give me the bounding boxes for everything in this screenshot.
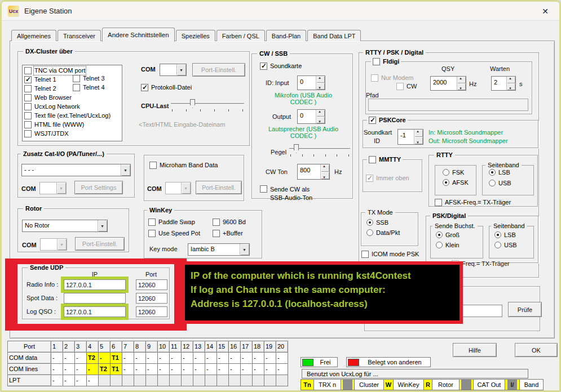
checkbox-microham-band-data[interactable]: Microham Band Data — [149, 162, 218, 169]
eigene-station-window: Ucx Eigene Station ✕ Allgemeines Transce… — [0, 0, 561, 392]
checkbox-afsk-freq-tx-traeger[interactable]: AFSK-Freq.= TX-Träger — [435, 199, 511, 206]
radio-psk-usb[interactable]: USB — [494, 242, 517, 248]
spinner-buttons[interactable] — [414, 130, 423, 144]
spinner-buttons[interactable] — [320, 164, 329, 179]
checkbox-sende-cw-als-ssb[interactable]: Sende CW als SSB-Audio-Ton — [260, 185, 322, 202]
chevron-down-icon — [57, 239, 67, 250]
checkbox-pskcore[interactable]: PSKCore — [367, 117, 408, 124]
checkbox-soundkarte[interactable]: Soundkarte — [260, 63, 302, 70]
spinner-value: 0 — [298, 76, 316, 90]
tab-spezielles[interactable]: Spezielles — [176, 30, 215, 41]
rotor-port-settings-button[interactable]: Port-Einstell. — [75, 237, 125, 251]
output-id-spinner[interactable]: 0 — [297, 109, 325, 124]
arrow-down-icon — [457, 83, 466, 90]
checkbox-nur-modem[interactable]: Nur Modem — [371, 74, 413, 82]
radio-gross[interactable]: Groß — [436, 231, 460, 238]
input-id-spinner[interactable]: 0 — [297, 75, 325, 90]
zusatz-com-dropdown[interactable] — [39, 182, 67, 194]
checkbox-paddle-swap[interactable]: Paddle Swap — [148, 219, 195, 226]
microham-port-settings-button[interactable]: Port-Einstell. — [196, 181, 242, 194]
checkbox-mmtty[interactable]: MMTTY — [367, 156, 403, 163]
checkbox-telnet-4[interactable]: Telnet 4 — [73, 84, 105, 91]
checkbox-text-file[interactable]: Text file (ext.Telnet/UcxLog) — [24, 112, 111, 119]
checkbox-telnet-3[interactable]: Telnet 3 — [73, 75, 105, 82]
checkbox-ucxlog-network[interactable]: UcxLog Network — [24, 103, 80, 110]
port-table-header-col: 8 — [134, 341, 146, 353]
tab-allgemeines[interactable]: Allgemeines — [11, 30, 56, 41]
checkbox-fldigi[interactable]: Fldigi — [371, 58, 401, 65]
chevron-down-icon[interactable] — [121, 164, 130, 176]
tab-band-data-lpt[interactable]: Band Data LPT — [307, 30, 361, 41]
spinner-buttons[interactable] — [316, 110, 325, 123]
pskcore-id-spinner[interactable]: -1 — [397, 129, 423, 145]
port-table-header-col: 13 — [193, 341, 205, 353]
radio-afsk[interactable]: AFSK — [443, 179, 469, 186]
close-icon[interactable]: ✕ — [536, 4, 555, 19]
zusatz-device-dropdown[interactable]: - - - — [21, 164, 131, 176]
spinner-buttons[interactable] — [506, 77, 515, 90]
spinner-buttons[interactable] — [457, 77, 466, 90]
rotor-com-dropdown[interactable] — [40, 238, 67, 251]
radio-rtty-lsb[interactable]: LSB — [489, 169, 510, 176]
chevron-down-icon[interactable] — [176, 64, 186, 75]
slider-thumb[interactable] — [190, 99, 195, 108]
checkbox-web-browser[interactable]: Web Browser — [24, 94, 72, 101]
port-table-cell — [253, 375, 264, 386]
spot-data-port-input[interactable] — [136, 293, 167, 304]
radio-tx-data-pkt[interactable]: Data/Pkt — [366, 229, 400, 236]
rotor-dropdown[interactable]: No Rotor — [22, 220, 108, 232]
radio-info-label: Radio Info : — [26, 281, 58, 288]
radio-tx-ssb[interactable]: SSB — [366, 219, 388, 226]
tab-farben-qsl[interactable]: Farben / QSL — [217, 30, 265, 41]
zusatz-port-settings-button[interactable]: Port Settings — [74, 181, 123, 194]
checkbox-telnet-1[interactable]: Telnet 1 — [24, 76, 56, 83]
slider-thumb[interactable] — [294, 144, 299, 153]
checkbox-immer-oben[interactable]: Immer oben — [366, 175, 409, 182]
radio-klein[interactable]: Klein — [436, 242, 459, 248]
pskcore-out-device: Out: Microsoft Soundmapper — [429, 137, 508, 144]
radio-rtty-usb[interactable]: USB — [489, 180, 511, 186]
ok-button[interactable]: OK — [515, 343, 558, 357]
checkbox-protokoll-datei[interactable]: Protokoll-Datei — [141, 84, 192, 91]
pfad-input[interactable] — [368, 99, 528, 111]
radio-info-port-input[interactable] — [136, 279, 167, 290]
cpu-last-slider[interactable] — [171, 99, 244, 113]
checkbox-tnc-com[interactable]: TNC via COM port — [24, 67, 85, 74]
checkbox-wsjt-jtdx[interactable]: WSJT/JTDX — [24, 130, 69, 137]
port-table-cell: - — [205, 353, 217, 364]
dx-com-dropdown[interactable] — [160, 64, 187, 76]
spot-data-ip-input[interactable] — [64, 293, 126, 304]
chevron-down-icon[interactable] — [240, 244, 249, 255]
port-table-cell: - — [122, 353, 134, 364]
hilfe-button[interactable]: Hilfe — [453, 343, 497, 357]
radio-fsk[interactable]: FSK — [443, 169, 464, 176]
checkbox-icom-mode-psk[interactable]: ICOM mode PSK — [361, 251, 419, 258]
microham-com-dropdown[interactable] — [165, 182, 191, 194]
checkbox-fldigi-cw[interactable]: CW — [396, 83, 417, 90]
port-table-cell: - — [63, 353, 75, 364]
dx-port-settings-button[interactable]: Port-Einstell. — [192, 63, 245, 77]
warten-spinner[interactable]: 2 — [491, 76, 516, 91]
dx-com-label: COM — [141, 66, 156, 73]
tab-band-plan[interactable]: Band-Plan — [266, 30, 306, 41]
pruefe-button[interactable]: Prüfe — [508, 302, 542, 317]
checkbox-telnet-2[interactable]: Telnet 2 — [24, 85, 56, 92]
tab-transceiver[interactable]: Transceiver — [58, 30, 101, 41]
checkbox-box — [260, 185, 267, 193]
tab-andere-schnittstellen[interactable]: Andere Schnittstellen — [102, 28, 175, 42]
radio-info-ip-input[interactable] — [64, 279, 126, 290]
cw-ton-spinner[interactable]: 800 — [297, 164, 330, 180]
radio-psk-lsb[interactable]: LSB — [494, 231, 516, 238]
spinner-buttons[interactable] — [316, 76, 325, 90]
log-qso-port-input[interactable] — [136, 306, 167, 317]
checkbox-9600bd[interactable]: 9600 Bd — [213, 219, 246, 226]
checkbox-html-file[interactable]: HTML file (WWW) — [24, 121, 84, 128]
checkbox-plus-buffer[interactable]: +Buffer — [213, 230, 243, 237]
chevron-down-icon[interactable] — [98, 220, 107, 231]
pegel-slider[interactable] — [289, 144, 350, 158]
log-qso-ip-input[interactable] — [64, 306, 126, 317]
key-mode-dropdown[interactable]: Iambic B — [188, 243, 250, 256]
checkbox-use-speed-pot[interactable]: Use Speed Pot — [148, 230, 200, 237]
qsy-spinner[interactable]: 2000 — [430, 76, 466, 91]
port-table-cell: - — [146, 353, 158, 364]
